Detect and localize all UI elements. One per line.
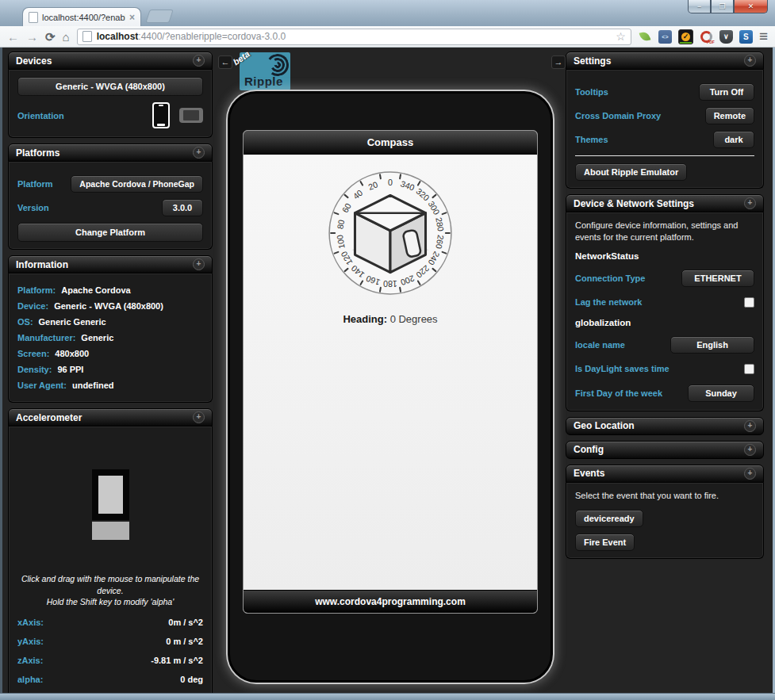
accelerometer-panel-header[interactable]: Accelerometer + — [8, 408, 213, 427]
browser-tab[interactable]: localhost:4400/?enablerip × — [22, 7, 141, 27]
page-icon — [82, 31, 92, 42]
extension-icons: <> ✓ PDF ∨ S ≡ — [639, 29, 768, 44]
accel-row: xAxis:0m / s^2 — [17, 613, 203, 632]
about-ripple-button[interactable]: About Ripple Emulator — [575, 163, 687, 181]
accelerometer-device-canvas[interactable] — [17, 442, 203, 567]
extension-pocket-icon[interactable]: ∨ — [719, 30, 733, 44]
bookmark-star-icon[interactable]: ☆ — [616, 31, 626, 42]
settings-panel-header[interactable]: Settings + — [566, 52, 764, 70]
info-row: Manufacturer:Generic — [17, 331, 203, 344]
info-label: Device: — [17, 300, 48, 312]
tab-close-icon[interactable]: × — [129, 13, 135, 22]
tooltips-toggle-button[interactable]: Turn Off — [699, 83, 754, 101]
extension-leaf-icon[interactable] — [639, 30, 652, 44]
orientation-portrait-icon[interactable] — [152, 102, 170, 128]
home-icon[interactable]: ⌂ — [63, 31, 70, 43]
url-text: localhost:4400/?enableripple=cordova-3.0… — [97, 31, 286, 42]
themes-label: Themes — [575, 135, 608, 144]
drag-handle-icon[interactable]: + — [193, 258, 205, 270]
collapse-right-panel-button[interactable]: → — [551, 55, 566, 69]
device-screen: Compass 02040608010012014016018020022024… — [243, 130, 538, 614]
locale-select[interactable]: English — [670, 336, 754, 354]
ripple-emulator-content: Devices + Generic - WVGA (480x800) Orien… — [2, 48, 773, 694]
accelerometer-panel: Accelerometer + Click and drag with the … — [8, 408, 213, 694]
devices-panel-header[interactable]: Devices + — [8, 52, 213, 70]
drag-handle-icon[interactable]: + — [744, 444, 756, 456]
first-day-select[interactable]: Sunday — [688, 384, 754, 402]
config-panel-header[interactable]: Config + — [566, 441, 764, 459]
geo-location-panel-title: Geo Location — [574, 420, 635, 431]
reload-icon[interactable]: ⟳ — [45, 31, 56, 43]
tab-title: localhost:4400/?enablerip — [42, 13, 125, 22]
drag-handle-icon[interactable]: + — [193, 411, 205, 423]
svg-text:0: 0 — [388, 178, 393, 187]
version-select[interactable]: 3.0.0 — [162, 199, 203, 216]
settings-panel-title: Settings — [574, 55, 611, 67]
settings-divider — [575, 155, 754, 156]
drag-handle-icon[interactable]: + — [744, 420, 756, 432]
back-icon[interactable]: ← — [7, 31, 19, 43]
forward-icon[interactable]: → — [26, 31, 38, 43]
daylight-savings-checkbox[interactable] — [744, 364, 754, 374]
address-bar[interactable]: localhost:4400/?enableripple=cordova-3.0… — [77, 29, 631, 45]
heading-label: Heading: — [343, 313, 387, 325]
change-platform-button[interactable]: Change Platform — [17, 223, 203, 242]
info-value: Generic - WVGA (480x800) — [54, 300, 163, 312]
information-panel-header[interactable]: Information + — [8, 255, 213, 273]
url-path: :4400/?enableripple=cordova-3.0.0 — [138, 31, 286, 42]
info-label: Screen: — [17, 347, 49, 360]
accel-row: alpha:0 deg — [17, 670, 203, 689]
event-select[interactable]: deviceready — [575, 510, 643, 527]
minimize-button[interactable]: − — [688, 0, 711, 13]
info-value: undefined — [72, 379, 114, 392]
drag-handle-icon[interactable]: + — [744, 55, 756, 67]
information-panel: Information + Platform:Apache Cordova De… — [8, 255, 213, 403]
info-label: User Agent: — [17, 379, 67, 392]
drag-handle-icon[interactable]: + — [193, 147, 205, 159]
titlebar: localhost:4400/?enablerip × − ❐ ✕ — [0, 0, 775, 27]
info-row: Platform:Apache Cordova — [17, 284, 203, 296]
fire-event-button[interactable]: Fire Event — [575, 534, 635, 551]
geo-location-panel-header[interactable]: Geo Location + — [566, 417, 764, 435]
info-row: User Agent:undefined — [17, 379, 203, 392]
device-network-panel-header[interactable]: Device & Network Settings + — [566, 194, 764, 212]
info-value: 96 PPI — [57, 363, 83, 376]
connection-type-select[interactable]: ETHERNET — [681, 270, 754, 287]
proxy-select[interactable]: Remote — [705, 107, 754, 124]
extension-code-icon[interactable]: <> — [658, 30, 672, 44]
drag-handle-icon[interactable]: + — [193, 55, 205, 67]
drag-handle-icon[interactable]: + — [744, 468, 756, 480]
accel-label: zAxis: — [17, 656, 43, 665]
app-content: 0204060801001201401601802002202402602803… — [244, 155, 537, 590]
orientation-landscape-icon[interactable] — [179, 108, 203, 123]
platform-select[interactable]: Apache Cordova / PhoneGap — [71, 175, 203, 193]
platforms-panel-header[interactable]: Platforms + — [8, 143, 213, 162]
themes-select[interactable]: dark — [713, 131, 754, 148]
network-status-heading: NetworkStatus — [575, 251, 754, 261]
close-button[interactable]: ✕ — [734, 0, 768, 13]
events-panel-title: Events — [574, 468, 604, 479]
accelerometer-phone-base — [92, 522, 129, 540]
extension-s-icon[interactable]: S — [739, 30, 753, 44]
extension-pdf-icon[interactable]: PDF — [700, 30, 713, 44]
events-panel: Events + Select the event that you want … — [566, 465, 764, 559]
browser-toolbar: ← → ⟳ ⌂ localhost:4400/?enableripple=cor… — [0, 26, 775, 48]
lag-network-checkbox[interactable] — [744, 297, 754, 308]
new-tab-button[interactable] — [145, 10, 174, 23]
accel-value: 0 m / s^2 — [166, 637, 203, 646]
device-network-description: Configure device information, settings a… — [575, 220, 754, 244]
maximize-button[interactable]: ❐ — [711, 0, 734, 13]
accelerometer-instructions: Click and drag with the mouse to manipul… — [17, 573, 203, 608]
info-row: OS:Generic Generic — [17, 316, 203, 328]
events-panel-header[interactable]: Events + — [566, 465, 764, 483]
collapse-left-panel-button[interactable]: ← — [218, 55, 232, 69]
right-panel-column: Settings + Tooltips Turn Off Cross Domai… — [566, 52, 764, 564]
cross-domain-proxy-label: Cross Domain Proxy — [575, 111, 661, 120]
extension-checkmark-icon[interactable]: ✓ — [678, 29, 693, 44]
settings-panel: Settings + Tooltips Turn Off Cross Domai… — [566, 52, 764, 189]
drag-handle-icon[interactable]: + — [744, 197, 756, 209]
device-select[interactable]: Generic - WVGA (480x800) — [17, 77, 203, 96]
browser-window: localhost:4400/?enablerip × − ❐ ✕ ← → ⟳ … — [0, 0, 775, 700]
browser-menu-icon[interactable]: ≡ — [759, 30, 768, 42]
device-network-panel-title: Device & Network Settings — [574, 198, 694, 209]
